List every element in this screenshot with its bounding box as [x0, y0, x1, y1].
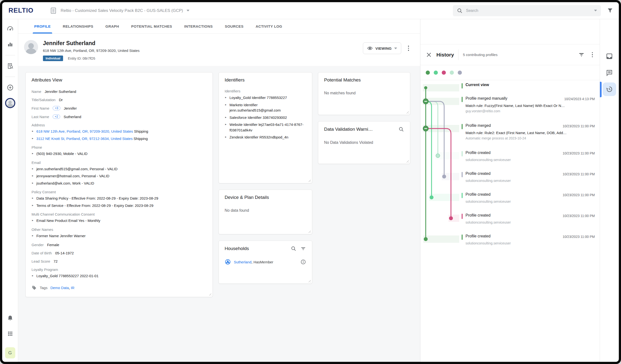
history-panel-icon[interactable] — [603, 83, 616, 96]
reports-chart-icon[interactable] — [5, 39, 16, 50]
expand-arrow-icon[interactable]: ▸ — [225, 115, 226, 119]
attribute-group-item[interactable]: ▸jennywarner@hotmail.com, Personal - VAL… — [32, 173, 207, 179]
history-event[interactable]: Profile created10/23/2023 11:00 PMsoluti… — [462, 171, 595, 192]
attribute-link[interactable]: 3112 NE Knott St, Portland, OR, 97212-36… — [36, 136, 133, 141]
data-validation-card: Data Validation Warni… No Data Validatio… — [318, 121, 410, 164]
add-new-icon[interactable] — [5, 82, 16, 93]
apps-grid-icon[interactable] — [5, 328, 16, 339]
tab-sources[interactable]: SOURCES — [225, 19, 243, 33]
expand-arrow-icon[interactable]: ▸ — [225, 135, 226, 139]
identifier-item[interactable]: ▸Salesforce Identifier 336740293002 — [225, 115, 306, 120]
expand-arrow-icon[interactable]: ▸ — [225, 122, 226, 126]
attribute-group-item[interactable]: ▸3112 NE Knott St, Portland, OR, 97212-3… — [32, 136, 207, 142]
history-event[interactable]: Current view — [462, 83, 595, 96]
expand-arrow-icon[interactable]: ▸ — [32, 218, 34, 222]
history-filter-icon[interactable] — [578, 52, 585, 58]
households-search-icon[interactable] — [291, 246, 296, 251]
history-event[interactable]: Profile created10/23/2023 11:00 PMsoluti… — [462, 150, 595, 171]
viewing-caret-icon — [394, 48, 397, 49]
attribute-group-item[interactable]: ▸jsutherland@wk.com, Work - VALID — [32, 181, 207, 186]
data-validation-search-icon[interactable] — [398, 126, 404, 132]
expand-arrow-icon[interactable]: ▸ — [32, 203, 34, 207]
comments-icon[interactable] — [603, 66, 616, 80]
attribute-value: Female — [47, 243, 59, 247]
tab-potential-matches[interactable]: POTENTIAL MATCHES — [131, 19, 172, 33]
household-info-icon[interactable] — [300, 259, 306, 265]
history-event[interactable]: Profile merged manually10/24/2023 4:13 P… — [462, 96, 595, 123]
households-filter-icon[interactable] — [300, 246, 306, 251]
event-timestamp: 10/23/2023 11:00 PM — [563, 123, 595, 128]
event-tick — [462, 151, 463, 156]
global-search[interactable] — [453, 5, 601, 16]
attribute-group-item[interactable]: ▸(503) 940-2930, Mobile - VALID — [32, 151, 207, 157]
attribute-text: (503) 940-2930, Mobile - VALID — [36, 151, 87, 156]
history-event[interactable]: Profile created10/23/2023 11:00 PMsoluti… — [462, 234, 595, 255]
tab-relationships[interactable]: RELATIONSHIPS — [63, 19, 93, 33]
close-icon[interactable] — [426, 52, 432, 58]
attribute-group-item[interactable]: ▸Data Sharing Policy - Effective From: 2… — [32, 196, 207, 201]
contributor-legend — [420, 65, 600, 80]
identifier-item[interactable]: ▸Loyalty_Gold Identifier 7788553227 — [225, 95, 306, 101]
expand-arrow-icon[interactable]: ▸ — [32, 136, 34, 140]
attribute-group-item[interactable]: ▸Terms of Service - Effective From: 2022… — [32, 203, 207, 209]
dashboard-gauge-icon[interactable] — [5, 24, 16, 34]
tab-profile[interactable]: PROFILE — [34, 19, 51, 33]
history-more-menu[interactable] — [590, 51, 595, 59]
attribute-group: Multi Channel Communication Consent▸Emai… — [32, 212, 207, 224]
expand-arrow-icon[interactable]: ▸ — [32, 166, 34, 171]
tag-link[interactable]: Demo Data — [51, 286, 69, 290]
filter-funnel-icon[interactable] — [607, 7, 613, 14]
expand-arrow-icon[interactable]: ▸ — [32, 181, 34, 185]
notifications-bell-icon[interactable] — [5, 313, 16, 324]
profile-tabs: PROFILERELATIONSHIPSGRAPHPOTENTIAL MATCH… — [18, 19, 420, 34]
right-tool-rail — [600, 19, 619, 362]
expand-arrow-icon[interactable]: ▸ — [32, 233, 34, 238]
history-event[interactable]: Profile created10/23/2023 11:00 PMsoluti… — [462, 213, 595, 234]
expand-arrow-icon[interactable]: ▸ — [32, 151, 34, 155]
expand-arrow-icon[interactable]: ▸ — [32, 274, 34, 278]
eye-icon — [367, 45, 373, 51]
attribute-group-item[interactable]: ▸jenn.sutherland515@gmail.com, Personal … — [32, 166, 207, 172]
value-count-badge[interactable]: +3 — [53, 106, 60, 110]
search-records-icon[interactable] — [5, 61, 16, 71]
tab-graph[interactable]: GRAPH — [105, 19, 119, 33]
attribute-group-item[interactable]: ▸Email New Product Email Yes - Monthly — [32, 218, 207, 224]
search-input[interactable] — [466, 8, 591, 13]
attribute-link[interactable]: 618 NW 12th Ave, Portland, OR, 97209-302… — [36, 129, 133, 133]
household-member-row[interactable]: Sutherland, HasMember — [225, 259, 306, 265]
value-count-badge[interactable]: +2 — [53, 115, 60, 119]
identifier-item[interactable]: ▸Marketo Identifier jenn.sutherland515@g… — [225, 102, 306, 113]
identifier-item[interactable]: ▸Website Identifier lej27ae03-6a71-4174-… — [225, 122, 306, 133]
tab-activity-log[interactable]: ACTIVITY LOG — [256, 19, 282, 33]
history-event[interactable]: Profile merged10/23/2023 11:00 PMMatch r… — [462, 123, 595, 150]
details-tray-icon[interactable] — [603, 50, 616, 63]
tag-link[interactable]: IR — [71, 286, 74, 290]
identifier-item[interactable]: ▸Zendesk Identifier R5532ndbpod_4n — [225, 134, 306, 140]
identifier-text: Website Identifier lej27ae03-6a71-4174-8… — [229, 122, 303, 132]
expand-arrow-icon[interactable]: ▸ — [225, 103, 226, 107]
expand-arrow-icon[interactable]: ▸ — [32, 174, 34, 178]
attribute-group-item[interactable]: ▸Former Name Jennifer Warner — [32, 233, 207, 239]
attribute-group-item[interactable]: ▸618 NW 12th Ave, Portland, OR, 97209-30… — [32, 129, 207, 134]
profile-more-menu[interactable] — [407, 44, 411, 52]
attribute-group-label: Other Names — [32, 228, 207, 232]
expand-arrow-icon[interactable]: ▸ — [225, 95, 226, 99]
event-user: solutionconsulting.serviceuser — [466, 220, 595, 224]
search-scope-caret-icon[interactable] — [594, 10, 597, 11]
event-user: solutionconsulting.serviceuser — [466, 241, 595, 245]
event-user: solutionconsulting.serviceuser — [466, 179, 595, 182]
attribute-group-item[interactable]: ▸Loyalty_Gold 7788553227 2022-01-01 — [32, 273, 207, 279]
event-title: Profile created — [466, 150, 490, 155]
viewing-mode-button[interactable]: VIEWING — [363, 42, 401, 54]
workspace-selector[interactable]: Reltio - Customized Sales Velocity Pack … — [50, 7, 190, 15]
household-member-link[interactable]: Sutherland — [234, 260, 252, 264]
user-avatar-badge[interactable]: G — [5, 347, 15, 358]
event-user: guy.vorster@reltio.com — [466, 109, 595, 113]
event-tick — [462, 234, 463, 240]
event-title: Profile created — [466, 192, 490, 197]
history-event[interactable]: Profile created10/23/2023 11:00 PMsoluti… — [462, 192, 595, 213]
expand-arrow-icon[interactable]: ▸ — [32, 129, 34, 133]
expand-arrow-icon[interactable]: ▸ — [32, 196, 34, 200]
tab-interactions[interactable]: INTERACTIONS — [184, 19, 213, 33]
current-profile-avatar[interactable] — [5, 98, 16, 108]
